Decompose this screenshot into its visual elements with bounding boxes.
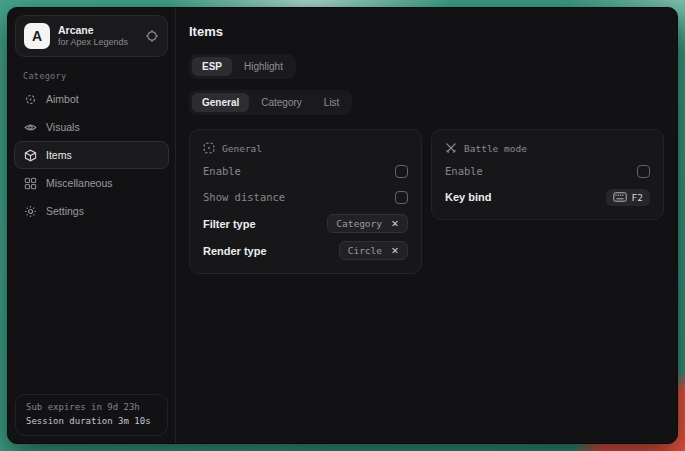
sidebar-item-label: Visuals: [46, 121, 80, 133]
render-type-value: Circle: [348, 245, 382, 256]
sidebar-item-label: Miscellaneous: [46, 177, 113, 189]
keyboard-icon: [613, 192, 627, 202]
sidebar-nav: Aimbot Visuals Items: [8, 85, 175, 225]
remove-filter-icon[interactable]: ✕: [391, 218, 399, 229]
render-type-value-pill[interactable]: Circle ✕: [339, 241, 408, 260]
key-bind-row: Key bind F2: [445, 188, 650, 206]
key-bind-label: Key bind: [445, 191, 491, 203]
sidebar-item-miscellaneous[interactable]: Miscellaneous: [14, 169, 169, 197]
enable-row: Enable: [203, 162, 408, 180]
tab-general[interactable]: General: [192, 93, 249, 112]
grid-icon: [24, 177, 37, 190]
crosshair-icon: [24, 93, 37, 106]
sidebar-item-settings[interactable]: Settings: [14, 197, 169, 225]
enable-label: Enable: [203, 165, 241, 177]
show-distance-row: Show distance: [203, 188, 408, 206]
app-subtitle: for Apex Legends: [58, 37, 137, 48]
filter-type-value-pill[interactable]: Category ✕: [327, 214, 408, 233]
brand-card: A Arcane for Apex Legends: [15, 15, 168, 57]
battle-mode-panel-title: Battle mode: [464, 143, 527, 154]
app-window: A Arcane for Apex Legends Category: [7, 7, 678, 444]
tab-highlight[interactable]: Highlight: [234, 57, 293, 76]
sidebar-item-label: Aimbot: [46, 93, 79, 105]
mode-tabbar: ESP Highlight: [189, 54, 296, 79]
show-distance-label: Show distance: [203, 191, 285, 203]
render-type-label: Render type: [203, 245, 267, 257]
view-tabbar: General Category List: [189, 90, 352, 115]
show-distance-checkbox[interactable]: [395, 191, 408, 204]
filter-type-row: Filter type Category ✕: [203, 214, 408, 233]
sidebar-item-label: Items: [46, 149, 72, 161]
render-type-row: Render type Circle ✕: [203, 241, 408, 260]
package-icon: [24, 149, 37, 162]
tab-esp[interactable]: ESP: [192, 57, 232, 76]
sidebar: A Arcane for Apex Legends Category: [8, 8, 176, 443]
remove-render-icon[interactable]: ✕: [391, 245, 399, 256]
crossed-swords-icon: [445, 142, 457, 154]
app-name: Arcane: [58, 24, 137, 37]
pin-icon[interactable]: [145, 29, 159, 43]
eye-icon: [24, 121, 37, 134]
general-panel-title: General: [222, 143, 262, 154]
subscription-info-card: Sub expires in 9d 23h Session duration 3…: [15, 394, 168, 436]
general-panel: General Enable Show distance Filter type…: [189, 129, 422, 274]
key-bind-value: F2: [632, 192, 643, 203]
battle-enable-label: Enable: [445, 165, 483, 177]
sidebar-item-items[interactable]: Items: [14, 141, 169, 169]
filter-type-value: Category: [336, 218, 382, 229]
sidebar-item-aimbot[interactable]: Aimbot: [14, 85, 169, 113]
main-content: Items ESP Highlight General Category Lis…: [176, 8, 677, 443]
sidebar-item-label: Settings: [46, 205, 84, 217]
tab-category[interactable]: Category: [251, 93, 312, 112]
page-title: Items: [189, 24, 664, 39]
battle-enable-checkbox[interactable]: [637, 165, 650, 178]
sub-expires-text: Sub expires in 9d 23h: [26, 401, 157, 415]
sidebar-item-visuals[interactable]: Visuals: [14, 113, 169, 141]
enable-checkbox[interactable]: [395, 165, 408, 178]
app-logo: A: [24, 23, 50, 49]
tab-list[interactable]: List: [314, 93, 350, 112]
session-duration-text: Session duration 3m 10s: [26, 415, 157, 429]
filter-type-label: Filter type: [203, 218, 256, 230]
category-section-label: Category: [23, 71, 175, 81]
dashed-box-icon: [203, 142, 215, 154]
battle-enable-row: Enable: [445, 162, 650, 180]
key-bind-button[interactable]: F2: [606, 189, 650, 206]
battle-mode-panel: Battle mode Enable Key bind: [431, 129, 664, 220]
gear-icon: [24, 205, 37, 218]
